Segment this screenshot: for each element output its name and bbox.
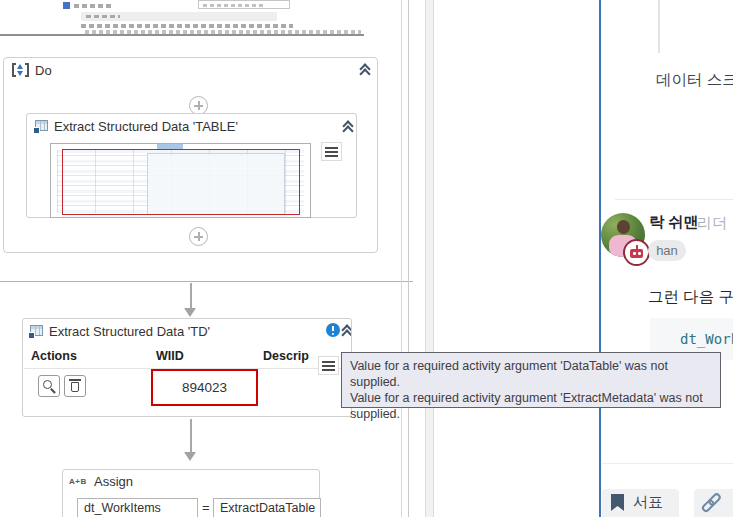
forum-column-divider [658,0,660,53]
validation-error-icon[interactable] [326,323,340,337]
screen: Do Extract Structured Data 'TABLE' [0,0,733,517]
bookmark-label: 서표 [633,493,663,512]
equals-sign: = [202,500,210,515]
extract-td-activity[interactable]: Extract Structured Data 'TD' Actions WII… [22,318,352,417]
bookmark-button[interactable]: 서표 [602,489,679,517]
assign-value-field[interactable]: ExtractDataTable [213,498,321,517]
collapse-chevron-icon[interactable] [340,324,352,338]
assign-to-field[interactable]: dt_WorkItems [77,498,198,517]
bookmark-icon [611,494,624,511]
author-name[interactable]: 락 쉬맨 [649,213,698,232]
post-body-text: 그런 다음 구 [648,287,733,308]
cropped-text-line [81,24,293,28]
share-link-button[interactable] [694,489,733,517]
do-sequence-icon [12,63,29,77]
search-button[interactable] [38,375,60,397]
column-header-description: Descrip [263,349,309,363]
selection-red-outline [62,149,300,215]
menu-icon[interactable] [318,356,339,375]
code-text: dt_Work [680,331,733,347]
column-header-actions: Actions [31,349,77,363]
cropped-activity-icon [63,2,70,9]
column-header-wiid: WIID [156,349,184,363]
extract-table-header[interactable]: Extract Structured Data 'TABLE' [27,114,356,139]
panel-border [408,0,409,517]
connector-line [190,283,192,308]
post-footer-divider [602,463,733,464]
vertical-scrollbar[interactable] [425,0,434,517]
collapse-chevron-icon[interactable] [341,120,355,134]
wiid-value: 894023 [182,380,227,395]
extract-td-header[interactable]: Extract Structured Data 'TD' [23,319,351,344]
do-sequence-container[interactable]: Do Extract Structured Data 'TABLE' [3,57,378,253]
panel-border [401,0,402,517]
post-divider [615,199,733,200]
extract-table-activity[interactable]: Extract Structured Data 'TABLE' [26,113,357,218]
validation-tooltip: Value for a required activity argument '… [341,352,721,408]
cropped-field-bar[interactable] [81,12,277,21]
wiid-cell-highlighted[interactable]: 894023 [151,369,258,406]
extract-data-icon [34,120,49,133]
window-edge-accent [599,0,601,517]
assign-header[interactable]: A+B Assign [63,470,319,494]
add-activity-icon[interactable] [189,227,208,246]
do-title: Do [35,63,52,78]
panel-divider [0,34,364,36]
link-icon [695,487,726,517]
outer-container-border [0,281,413,282]
assign-title: Assign [94,474,133,489]
cropped-expression-box[interactable] [198,0,290,9]
extract-data-icon [29,325,44,338]
do-header[interactable]: Do [4,58,377,83]
selection-screenshot [50,143,311,218]
connector-arrowhead-icon [184,452,196,461]
cropped-activity-text [74,4,114,8]
delete-button[interactable] [64,375,86,397]
forum-badge-icon [623,239,650,266]
extract-table-title: Extract Structured Data 'TABLE' [54,119,238,134]
menu-icon[interactable] [321,142,342,161]
collapse-chevron-icon[interactable] [358,63,372,77]
forum-topic-text: 데이터 스크 [656,70,733,91]
author-title: 리더 [697,214,727,233]
connector-arrowhead-icon [184,308,196,317]
assign-icon: A+B [69,477,87,486]
connector-line [190,419,192,452]
assign-activity[interactable]: A+B Assign dt_WorkItems = ExtractDataTab… [62,469,320,517]
extract-td-title: Extract Structured Data 'TD' [49,324,210,339]
author-group-badge[interactable]: han [648,240,686,261]
